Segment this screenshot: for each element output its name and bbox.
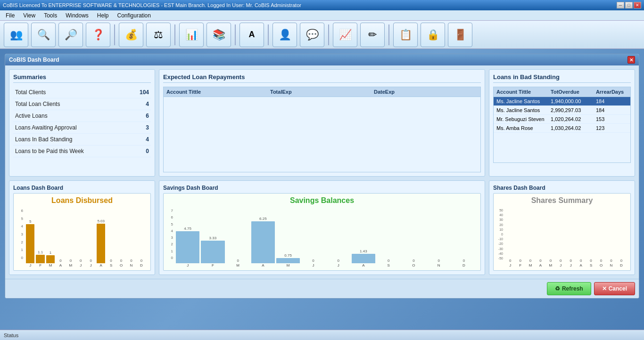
bar-group: 0: [66, 259, 75, 263]
bar-value-label: 3.33: [209, 236, 217, 240]
minimize-button[interactable]: ─: [617, 2, 624, 8]
toolbar: 👥 🔍 🔎 ❓ 💰 ⚖ 📊 📚 A 👤 💬 📈 ✏ 📋 🔒 🚪: [0, 21, 644, 49]
cancel-button[interactable]: ✕ Cancel: [594, 282, 635, 295]
x-axis-label: M: [46, 263, 55, 267]
toolbar-balance-btn[interactable]: ⚖: [146, 23, 171, 47]
bar-value-label: 0: [59, 259, 61, 263]
toolbar-chart-btn[interactable]: 📈: [333, 23, 357, 47]
status-bar: Status: [0, 330, 644, 340]
bar: [36, 255, 44, 263]
title-bar: CoBIS Licenced To ENTERPRISE SOFTWARE & …: [0, 0, 644, 10]
refresh-button[interactable]: ♻ Refresh: [547, 282, 591, 295]
bar: [201, 241, 224, 263]
x-axis-label: D: [452, 263, 476, 267]
toolbar-lookup-btn[interactable]: 🔎: [58, 23, 83, 47]
bad-standing-table: Account Tittle TotOverdue ArrearDays Ms.…: [493, 87, 631, 163]
menu-bar: File View Tools Windows Help Configurati…: [0, 10, 644, 21]
bar-group: 0: [452, 259, 476, 263]
shares-x-labels: JFMAMJJASOND: [504, 263, 627, 267]
dashboard-window: CoBIS Dash Board ✕ Summaries Total Clien…: [5, 54, 639, 299]
bar-group: 1.43: [352, 249, 375, 263]
x-axis-label: J: [26, 263, 34, 267]
table-row[interactable]: Ms. Jacline Santos 1,940,000.00 184: [494, 97, 630, 106]
bar-value-label: 0.75: [284, 253, 292, 258]
bar-value-label: 0: [550, 259, 552, 263]
x-axis-label: J: [556, 263, 565, 267]
summary-total-clients[interactable]: Total Clients 104: [13, 87, 151, 98]
close-button[interactable]: ✕: [634, 2, 641, 8]
bar-group: 0: [526, 259, 535, 263]
x-axis-label: F: [516, 263, 524, 267]
menu-windows[interactable]: Windows: [62, 11, 92, 20]
x-axis-label: N: [607, 263, 615, 267]
x-axis-label: J: [567, 263, 575, 267]
shares-bar-chart: 000000000000: [504, 207, 627, 263]
table-row[interactable]: Ms. Amba Rose 1,030,264.02 123: [494, 124, 630, 133]
bar-value-label: 0: [590, 259, 592, 263]
toolbar-clipboard-btn[interactable]: 📋: [393, 23, 418, 47]
shares-chart-area: Shares Summary 50 40 30 20 10 0 -10 -20 …: [493, 193, 631, 271]
app-title: CoBIS Licenced To ENTERPRISE SOFTWARE & …: [3, 2, 301, 8]
bar-group: 0: [137, 259, 146, 263]
bar-group: 0: [107, 259, 115, 263]
bar-group: 6.25: [251, 217, 275, 263]
toolbar-reports-btn[interactable]: 📊: [179, 23, 204, 47]
toolbar-user-btn[interactable]: 👤: [272, 23, 297, 47]
repayments-table: Account Tittle TotalExp DateExp: [163, 87, 481, 172]
toolbar-exit-btn[interactable]: 🚪: [448, 23, 472, 47]
menu-tools[interactable]: Tools: [40, 11, 61, 20]
x-axis-label: O: [402, 263, 425, 267]
toolbar-sep-4: [268, 24, 269, 45]
bar: [176, 231, 199, 263]
toolbar-lock-btn[interactable]: 🔒: [421, 23, 445, 47]
summary-total-loan-clients[interactable]: Total Loan Clients 4: [13, 98, 151, 110]
savings-bar-chart: 4.753.3306.250.75001.430000: [174, 207, 478, 263]
table-row[interactable]: Mr. Sebuguzi Steven 1,020,264.02 153: [494, 115, 630, 124]
toolbar-font-btn[interactable]: A: [239, 23, 264, 47]
bar-value-label: 6.25: [259, 217, 267, 221]
bar-group: 0: [607, 259, 615, 263]
bar-group: 1.1: [36, 250, 44, 263]
loans-chart-with-axis: 6 5 4 3 2 1 0 51.1100005.030000 JFMAMJJA…: [17, 207, 148, 267]
repayments-heading: Expected Loan Repayments: [163, 73, 481, 83]
bar-group: 0: [117, 259, 125, 263]
bar-value-label: 0: [620, 259, 622, 263]
toolbar-books-btn[interactable]: 📚: [206, 23, 231, 47]
toolbar-loans-btn[interactable]: 💰: [119, 23, 143, 47]
x-axis-label: M: [546, 263, 555, 267]
maximize-button[interactable]: □: [625, 2, 633, 8]
bar-value-label: 0: [519, 259, 521, 263]
summary-loans-this-week[interactable]: Loans to be Paid this Week 0: [13, 146, 151, 157]
menu-file[interactable]: File: [2, 11, 18, 20]
toolbar-clients-btn[interactable]: 👥: [4, 23, 28, 47]
menu-view[interactable]: View: [19, 11, 39, 20]
bar-value-label: 0: [388, 259, 389, 263]
summary-loans-awaiting[interactable]: Loans Awaiting Approval 3: [13, 122, 151, 134]
toolbar-help-btn[interactable]: ❓: [86, 23, 110, 47]
bar-value-label: 0: [312, 259, 314, 263]
toolbar-search-btn[interactable]: 🔍: [31, 23, 56, 47]
x-axis-label: M: [226, 263, 250, 267]
bar-group: 0: [127, 259, 135, 263]
savings-y-axis: 7 6 5 4 3 2 1 0: [166, 207, 173, 267]
table-row[interactable]: Ms. Jacline Santos 2,990,297.03 184: [494, 106, 630, 115]
dashboard-body: Summaries Total Clients 104 Total Loan C…: [5, 65, 639, 279]
x-axis-label: J: [87, 263, 95, 267]
bad-standing-table-body: Ms. Jacline Santos 1,940,000.00 184 Ms. …: [493, 97, 631, 163]
x-axis-label: O: [117, 263, 125, 267]
toolbar-sms-btn[interactable]: 💬: [300, 23, 324, 47]
bar-value-label: 4.75: [184, 227, 191, 231]
dashboard-close-button[interactable]: ✕: [627, 56, 635, 64]
bar-value-label: 0: [610, 259, 612, 263]
menu-help[interactable]: Help: [93, 11, 113, 20]
summary-active-loans[interactable]: Active Loans 6: [13, 110, 151, 122]
bar: [46, 255, 55, 263]
toolbar-edit-btn[interactable]: ✏: [360, 23, 385, 47]
x-axis-label: S: [586, 263, 595, 267]
loans-bars-container: 51.1100005.030000 JFMAMJJASOND: [24, 207, 148, 267]
x-axis-label: A: [251, 263, 275, 267]
summary-loans-bad-standing[interactable]: Loans In Bad Standing 4: [13, 134, 151, 146]
bar-value-label: 0: [337, 259, 339, 263]
menu-configuration[interactable]: Configuration: [114, 11, 155, 20]
bar-value-label: 0: [570, 259, 572, 263]
